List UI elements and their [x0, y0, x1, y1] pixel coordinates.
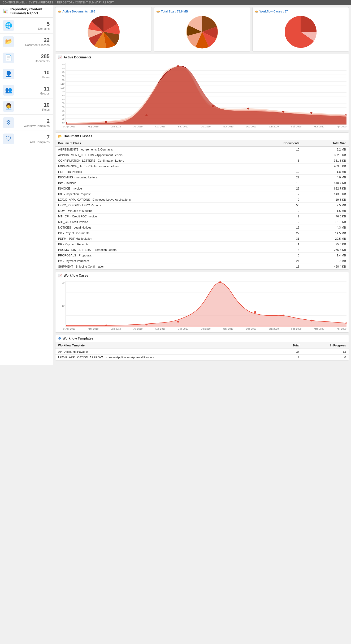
workflow-templates-table: Workflow Template Total In Progress AP -…: [55, 342, 349, 360]
x-axis-label: Jul-2019: [133, 328, 143, 330]
doc-class-size: 25.6 KB: [302, 242, 349, 247]
sidebar-item-documents[interactable]: 📄 285 Documents: [0, 50, 53, 66]
doc-class-size: 29.5 MB: [302, 236, 349, 242]
doc-class-count: 1: [249, 242, 302, 247]
wf-template-total: 2: [276, 355, 302, 360]
doc-class-size: 3.2 MB: [302, 147, 349, 152]
doc-class-count: 10: [249, 169, 302, 175]
workflow-cases-chart-header: 📈 Workflow Cases: [55, 272, 349, 279]
x-axis-label: Mar-2020: [314, 125, 324, 128]
sidebar-item-roles[interactable]: 🧑‍💼 10 Roles: [0, 98, 53, 115]
x-axis-label: Oct-2019: [201, 125, 211, 128]
doc-class-count: 18: [249, 264, 302, 269]
table-row: SHIPMENT - Shipping Confirmation 18 490.…: [55, 264, 349, 269]
breadcrumb-item-1[interactable]: CONTROL PANEL: [3, 1, 25, 4]
x-axis-label: Jul-2019: [133, 125, 143, 128]
active-docs-chart-header: 📈 Active Documents: [55, 54, 349, 61]
stat-label-workflow-templates: Workflow Templates: [16, 124, 50, 127]
breadcrumb-item-3: REPOSITORY CONTENT SUMMARY REPORT: [57, 1, 114, 4]
breadcrumb-item-2[interactable]: SYSTEM REPORTS: [29, 1, 53, 4]
y-axis-label: 120: [60, 79, 64, 81]
doc-class-name: PD - Project Documents: [55, 230, 249, 236]
stat-number-documents: 285: [16, 53, 50, 59]
doc-class-count: 5: [249, 253, 302, 258]
doc-class-count: 5: [249, 158, 302, 164]
x-axis-label: May-2019: [88, 125, 98, 128]
doc-class-name: LERC_REPORT - LERC Reports: [55, 203, 249, 208]
col-header-size: Total Size: [302, 140, 349, 147]
doc-class-size: 1.4 MB: [302, 253, 349, 258]
total-size-title: 🥧 Total Size : 73.8 MB: [156, 10, 248, 13]
x-axis-label: Feb-2020: [291, 328, 302, 330]
doc-class-name: INVOICE - Invoice: [55, 186, 249, 191]
stat-number-workflow-templates: 2: [16, 118, 50, 124]
y-axis-label: 110: [60, 83, 64, 85]
doc-class-name: PROMOTION_LETTERS - Promotion Letters: [55, 247, 249, 253]
table-row: PR - Payment Receipts 1 25.6 KB: [55, 242, 349, 247]
active-docs-chart-body: [66, 63, 346, 125]
y-axis-label: 0: [63, 125, 64, 128]
doc-class-name: IRE - Inspection Request: [55, 191, 249, 197]
y-axis-label: 20: [62, 118, 64, 120]
chart-icon-1: 📈: [58, 55, 62, 59]
active-docs-card: 🥧 Active Documents : 285: [55, 7, 152, 51]
table-row: AGREEMENTS - Agreements & Contracts 10 3…: [55, 147, 349, 152]
col-header-class: Document Class: [55, 140, 249, 147]
x-axis-label: Mar-2020: [314, 328, 324, 330]
active-docs-chart-panel: 📈 Active Documents 160150140130120110100…: [55, 54, 349, 130]
wf-template-progress: 13: [302, 349, 349, 355]
pie-icon-2: 🥧: [156, 10, 160, 13]
col-header-documents: Documents: [249, 140, 302, 147]
workflow-x-axis: Apr-2019May-2019Jun-2019Jul-2019Aug-2019…: [66, 327, 346, 330]
svg-point-24: [247, 108, 249, 109]
sidebar-item-acl-templates[interactable]: 🛡 7 ACL Templates: [0, 131, 53, 147]
x-axis-label: Apr-2020: [337, 328, 346, 330]
pie-icon-3: 🥧: [255, 10, 258, 13]
y-axis-label: 160: [60, 63, 64, 66]
sidebar-item-groups[interactable]: 👥 11 Groups: [0, 82, 53, 98]
doc-class-count: 2: [249, 219, 302, 225]
stat-label-acl-templates: ACL Templates: [16, 140, 50, 144]
doc-class-size: 403.0 KB: [302, 164, 349, 169]
stat-number-users: 10: [16, 70, 50, 76]
wf-col-template: Workflow Template: [55, 342, 276, 349]
doc-class-name: APPOINTMENT_LETTERS - Appointment Letter…: [55, 152, 249, 158]
x-axis-label: Sep-2019: [178, 125, 188, 128]
doc-class-count: 2: [249, 208, 302, 214]
y-axis-label: 140: [60, 71, 64, 74]
x-axis-label: Nov-2019: [223, 125, 233, 128]
x-axis-label: Apr-2019: [66, 125, 75, 128]
sidebar-item-document-classes[interactable]: 📂 22 Document Classes: [0, 34, 53, 50]
doc-class-name: NOTICES - Legal Notices: [55, 225, 249, 230]
sidebar-stats: 🌐 5 Domains 📂 22 Document Classes 📄 285 …: [0, 18, 53, 147]
stat-number-roles: 10: [16, 102, 50, 108]
active-docs-y-axis: 1601501401301201101009080706050403020100: [58, 63, 66, 128]
y-axis-label: 10: [62, 121, 64, 124]
sidebar: 📊 Repository Content Summary Report 🌐 5 …: [0, 5, 53, 365]
stat-label-roles: Roles: [16, 108, 50, 111]
document-classes-header: 📂 Document Classes: [55, 133, 349, 140]
doc-class-size: 5.7 MB: [302, 258, 349, 264]
doc-class-count: 19: [249, 180, 302, 186]
doc-class-count: 2: [249, 214, 302, 219]
sidebar-item-domains[interactable]: 🌐 5 Domains: [0, 18, 53, 34]
doc-class-name: PV - Payment Vouchers: [55, 258, 249, 264]
stat-icon-acl-templates: 🛡: [3, 134, 14, 144]
sidebar-item-users[interactable]: 👤 10 Users: [0, 66, 53, 82]
svg-point-35: [145, 324, 148, 325]
sidebar-item-workflow-templates[interactable]: ⚙ 2 Workflow Templates: [0, 115, 53, 131]
doc-class-count: 50: [249, 203, 302, 208]
wf-template-total: 35: [276, 349, 302, 355]
stat-number-acl-templates: 7: [16, 134, 50, 140]
doc-class-size: 275.3 KB: [302, 247, 349, 253]
stat-label-groups: Groups: [16, 92, 50, 95]
report-icon: 📊: [3, 9, 8, 14]
y-axis-label: 20: [62, 281, 64, 284]
x-axis-label: Dec-2019: [246, 328, 256, 330]
x-axis-label: Aug-2019: [155, 328, 165, 330]
x-axis-label: Apr-2019: [66, 328, 75, 330]
doc-class-name: SHIPMENT - Shipping Confirmation: [55, 264, 249, 269]
x-axis-label: Jan-2020: [269, 125, 279, 128]
sidebar-title-bar: 📊 Repository Content Summary Report: [0, 5, 53, 18]
x-axis-label: Jan-2020: [269, 328, 279, 330]
